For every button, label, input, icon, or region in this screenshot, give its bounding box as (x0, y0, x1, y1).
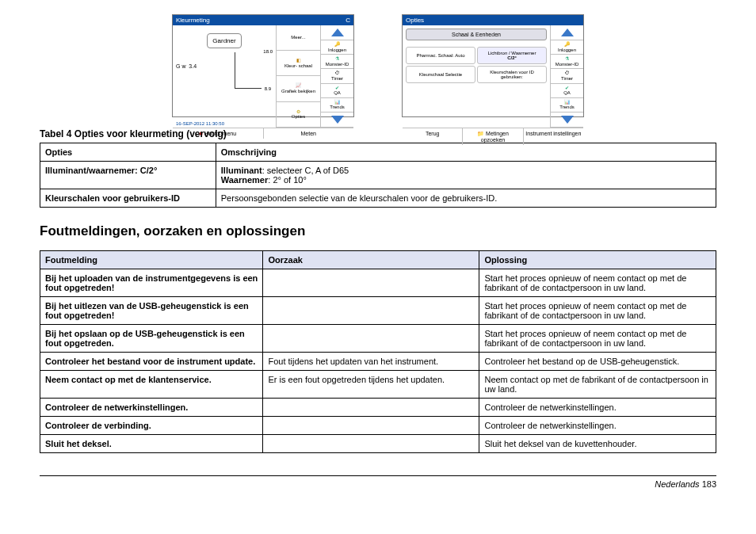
inloggen-button[interactable]: 🔑Inloggen (321, 40, 353, 55)
footer-page: 183 (702, 479, 716, 489)
footer-language: Nederlands (655, 479, 699, 489)
fig2-side-col: 🔑Inloggen ⚗Monster-ID ⏱Timer ✔QA 📊Trends (550, 25, 583, 128)
table4-caption: Tabel 4 Opties voor kleurmeting (vervolg… (40, 128, 716, 139)
gw-readout: G w 3.4 (176, 63, 197, 69)
grafiek-button[interactable]: 📈Grafiek bekijken (277, 76, 320, 101)
trends-button-2[interactable]: 📊Trends (551, 98, 583, 113)
qa-icon: ✔ (335, 86, 339, 91)
down-arrow[interactable] (321, 113, 353, 128)
meten-button[interactable]: Meten (264, 128, 354, 139)
up-arrow[interactable] (321, 25, 353, 40)
fig1-canvas: Gardner G w 3.4 18.0 8.9 16-SEP-2012 11:… (173, 25, 276, 128)
chevron-up-icon (331, 29, 344, 36)
more-button[interactable]: Meer... (277, 25, 320, 51)
flask-icon: ⚗ (565, 56, 569, 62)
figure-opties: Opties Schaal & Eenheden Pharmac. Schaal… (402, 14, 584, 117)
timer-button-2[interactable]: ⏱Timer (551, 69, 583, 83)
fig2-title: Opties (406, 17, 424, 24)
fig2-titlebar: Opties (403, 15, 583, 25)
fig1-title-corner: C (346, 17, 350, 24)
trends-button[interactable]: 📊Trends (321, 98, 353, 113)
chevron-down-icon (331, 116, 344, 124)
table4-h2: Omschrijving (216, 143, 716, 162)
schaal-eenheden-header: Schaal & Eenheden (406, 29, 547, 40)
qa-icon: ✔ (565, 86, 569, 91)
error-row: Sluit het deksel.Sluit het deksel van de… (40, 435, 716, 453)
inloggen-button-2[interactable]: 🔑Inloggen (551, 40, 583, 55)
monster-id-button[interactable]: ⚗Monster-ID (321, 55, 353, 69)
error-row: Bij het opslaan op de USB-geheugenstick … (40, 325, 716, 353)
error-row: Bij het uitlezen van de USB-geheugenstic… (40, 297, 716, 325)
fig1-side-col: 🔑Inloggen ⚗Monster-ID ⏱Timer ✔QA 📊Trends (320, 25, 353, 128)
metingen-opzoeken-button[interactable]: 📁 Metingen opzoeken (463, 128, 523, 145)
figure-kleurmeting: Kleurmeting C Gardner G w 3.4 18.0 8.9 1… (172, 14, 354, 117)
error-row: Neem contact op met de klantenservice.Er… (40, 371, 716, 399)
opties-grid: Pharmac. Schaal: Auto Lichtbron / Waarne… (403, 44, 550, 86)
fig1-titlebar: Kleurmeting C (173, 15, 353, 25)
pharmac-cell[interactable]: Pharmac. Schaal: Auto (406, 47, 475, 64)
table4-row-illuminant: Illuminant/waarnemer: C/2° Illuminant: s… (40, 162, 716, 189)
chevron-down-icon (561, 116, 574, 124)
timestamp: 16-SEP-2012 11:30:50 (176, 121, 224, 126)
page-footer: Nederlands 183 (40, 475, 716, 489)
fig1-title: Kleurmeting (176, 17, 210, 24)
key-icon: 🔑 (564, 42, 570, 48)
timer-button[interactable]: ⏱Timer (321, 69, 353, 83)
down-arrow-2[interactable] (551, 113, 583, 128)
up-arrow-2[interactable] (551, 25, 583, 40)
error-row: Controleer het bestand voor de instrumen… (40, 353, 716, 371)
err-h1: Foutmelding (40, 251, 263, 269)
kleurschaal-button[interactable]: ◧Kleur- schaal (277, 51, 320, 76)
error-row: Bij het uploaden van de instrumentgegeve… (40, 269, 716, 297)
table4: Opties Omschrijving Illuminant/waarnemer… (40, 143, 716, 208)
figures-row: Kleurmeting C Gardner G w 3.4 18.0 8.9 1… (40, 14, 716, 117)
table4-row-kleurschalen: Kleurschalen voor gebruikers-ID Persoons… (40, 189, 716, 208)
trends-icon: 📊 (564, 100, 570, 105)
section-heading: Foutmeldingen, oorzaken en oplossingen (40, 223, 716, 239)
flask-icon: ⚗ (335, 56, 339, 62)
error-table: Foutmelding Oorzaak Oplossing Bij het up… (40, 250, 716, 453)
monster-id-button-2[interactable]: ⚗Monster-ID (551, 55, 583, 69)
folder-icon: 📁 (477, 131, 484, 136)
kleurschalen-id-cell[interactable]: Kleurschalen voor ID gebruiken: (477, 66, 547, 83)
trends-icon: 📊 (334, 100, 340, 105)
table4-h1: Opties (40, 143, 216, 162)
qa-button[interactable]: ✔QA (321, 84, 353, 98)
opties-button[interactable]: ⚙Opties (277, 102, 320, 128)
err-h2: Oorzaak (263, 251, 479, 269)
fig1-mid-col: Meer... ◧Kleur- schaal 📈Grafiek bekijken… (276, 25, 320, 128)
qa-button-2[interactable]: ✔QA (551, 84, 583, 98)
fig2-footer: Terug 📁 Metingen opzoeken Instrument ins… (403, 128, 583, 145)
error-row: Controleer de netwerkinstellingen.Contro… (40, 399, 716, 417)
timer-icon: ⏱ (335, 71, 340, 76)
key-icon: 🔑 (334, 42, 340, 48)
chevron-up-icon (561, 29, 574, 36)
error-row: Controleer de verbinding.Controleer de n… (40, 417, 716, 435)
mini-plot: 18.0 8.9 (235, 52, 262, 89)
err-h3: Oplossing (479, 251, 716, 269)
timer-icon: ⏱ (565, 71, 570, 76)
kleurschaal-selectie-cell[interactable]: Kleurschaal Selectie (406, 66, 475, 83)
lichtbron-cell[interactable]: Lichtbron / Waarnemer C/2° (477, 47, 547, 64)
terug-button[interactable]: Terug (403, 128, 463, 145)
instrument-instellingen-button[interactable]: Instrument instellingen (524, 128, 583, 145)
gardner-box: Gardner (207, 33, 241, 48)
